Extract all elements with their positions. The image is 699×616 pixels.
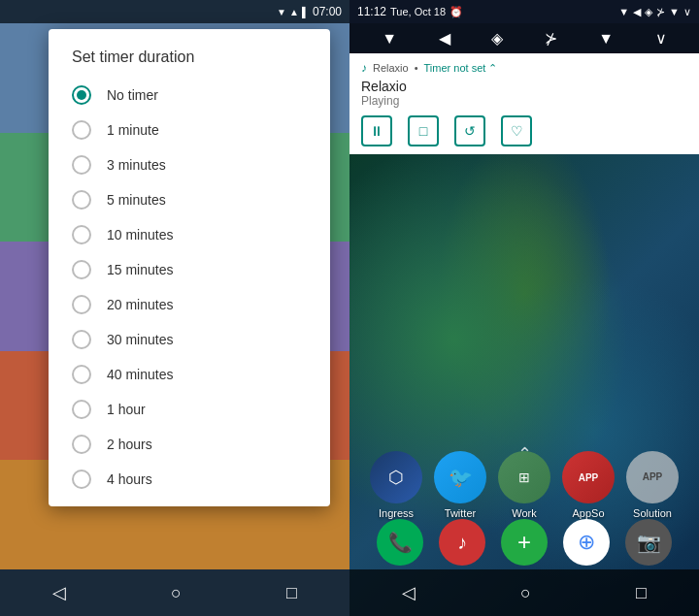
notif-timer-text[interactable]: Timer not set ⌃ bbox=[424, 62, 498, 75]
appso-icon[interactable]: APP bbox=[562, 451, 615, 503]
radio-no-timer[interactable] bbox=[72, 85, 91, 105]
wallpaper: ⌃ ⬡ Ingress 🐦 Twitter ⊞ Work bbox=[350, 154, 699, 616]
radio-10min[interactable] bbox=[72, 225, 91, 244]
signal-icon: ▲ bbox=[289, 7, 299, 17]
right-panel: 11:12 Tue, Oct 18 ⏰ ▼ ◀ ◈ ⊁ ▼ ∨ ▼ ◀ ◈ ⊁ … bbox=[350, 0, 699, 616]
label-2hours: 2 hours bbox=[107, 437, 152, 452]
label-5min: 5 minutes bbox=[107, 192, 166, 208]
option-20min[interactable]: 20 minutes bbox=[49, 287, 330, 322]
heart-icon: ♡ bbox=[511, 123, 523, 139]
alarm-icon: ⏰ bbox=[449, 6, 463, 18]
home-button-left[interactable]: ○ bbox=[171, 583, 182, 603]
solution-icon[interactable]: APP bbox=[626, 451, 679, 503]
history-icon: ↺ bbox=[464, 123, 476, 139]
label-1min: 1 minute bbox=[107, 122, 159, 138]
notif-header: ♪ Relaxio • Timer not set ⌃ bbox=[361, 61, 687, 75]
time-left: 07:00 bbox=[313, 5, 342, 18]
label-3min: 3 minutes bbox=[107, 157, 166, 173]
label-4hours: 4 hours bbox=[107, 471, 152, 487]
nav-bar-left: ◁ ○ □ bbox=[0, 569, 350, 616]
option-30min[interactable]: 30 minutes bbox=[49, 322, 330, 357]
recent-button-right[interactable]: □ bbox=[636, 583, 647, 603]
appso-glyph: APP bbox=[579, 472, 599, 483]
option-1min[interactable]: 1 minute bbox=[49, 113, 330, 147]
radio-2hours[interactable] bbox=[72, 435, 91, 454]
radio-3min[interactable] bbox=[72, 155, 91, 175]
option-1hour[interactable]: 1 hour bbox=[49, 392, 330, 427]
option-5min[interactable]: 5 minutes bbox=[49, 182, 330, 217]
radio-30min[interactable] bbox=[72, 330, 91, 349]
exp-more-icon[interactable]: ∨ bbox=[655, 29, 667, 48]
label-no-timer: No timer bbox=[107, 87, 158, 103]
label-30min: 30 minutes bbox=[107, 332, 173, 347]
wifi-icon: ▼ bbox=[277, 7, 286, 17]
option-no-timer[interactable]: No timer bbox=[49, 78, 330, 113]
camera-icon: 📷 bbox=[637, 531, 661, 554]
radio-1hour[interactable] bbox=[72, 400, 91, 419]
pause-button[interactable]: ⏸ bbox=[361, 115, 392, 146]
twitter-glyph: 🐦 bbox=[449, 466, 473, 489]
bottom-dock: 📞 ♪ + ⊕ 📷 bbox=[350, 519, 699, 566]
app-solution[interactable]: APP Solution bbox=[626, 451, 679, 519]
dialog-title: Set timer duration bbox=[49, 49, 330, 78]
dock-music[interactable]: ♪ bbox=[439, 519, 485, 566]
appso-label: AppSo bbox=[572, 507, 604, 519]
expand-icon[interactable]: ∨ bbox=[683, 6, 691, 18]
recent-button-left[interactable]: □ bbox=[286, 583, 297, 603]
ingress-icon[interactable]: ⬡ bbox=[370, 451, 422, 503]
stop-button[interactable]: □ bbox=[408, 115, 439, 146]
exp-wifi-icon: ▼ bbox=[382, 30, 397, 48]
radio-15min[interactable] bbox=[72, 260, 91, 279]
radio-5min[interactable] bbox=[72, 190, 91, 210]
home-button-right[interactable]: ○ bbox=[520, 583, 531, 603]
back-button-right[interactable]: ◁ bbox=[402, 582, 416, 603]
option-2hours[interactable]: 2 hours bbox=[49, 427, 330, 462]
app-ingress[interactable]: ⬡ Ingress bbox=[370, 451, 422, 519]
notif-title: Relaxio bbox=[361, 79, 687, 94]
option-15min[interactable]: 15 minutes bbox=[49, 252, 330, 287]
radio-1min[interactable] bbox=[72, 120, 91, 140]
date-right: Tue, Oct 18 bbox=[390, 6, 446, 17]
ingress-glyph: ⬡ bbox=[388, 467, 404, 488]
notification-card: ♪ Relaxio • Timer not set ⌃ Relaxio Play… bbox=[350, 53, 699, 154]
wifi-icon-right: ▼ bbox=[618, 6, 629, 17]
status-icons-left: ▼ ▲ ▌ bbox=[277, 7, 309, 17]
label-10min: 10 minutes bbox=[107, 227, 173, 243]
radio-40min[interactable] bbox=[72, 365, 91, 384]
history-button[interactable]: ↺ bbox=[454, 115, 485, 146]
exp-airplane-icon: ⊁ bbox=[545, 29, 557, 48]
back-button-left[interactable]: ◁ bbox=[52, 582, 66, 603]
option-10min[interactable]: 10 minutes bbox=[49, 217, 330, 252]
files-icon: + bbox=[517, 529, 531, 556]
dock-chrome[interactable]: ⊕ bbox=[563, 519, 610, 566]
solution-glyph: APP bbox=[643, 471, 663, 483]
option-40min[interactable]: 40 minutes bbox=[49, 357, 330, 392]
app-appso[interactable]: APP AppSo bbox=[562, 451, 615, 519]
status-right-icons: ▼ ◀ ◈ ⊁ ▼ ∨ bbox=[618, 6, 691, 18]
like-button[interactable]: ♡ bbox=[501, 115, 532, 146]
chrome-icon: ⊕ bbox=[578, 530, 595, 555]
twitter-label: Twitter bbox=[445, 507, 476, 519]
dock-phone[interactable]: 📞 bbox=[377, 519, 423, 566]
phone-icon: 📞 bbox=[388, 531, 413, 554]
dock-camera[interactable]: 📷 bbox=[625, 519, 672, 566]
app-drawer: ⬡ Ingress 🐦 Twitter ⊞ Work APP A bbox=[350, 451, 699, 519]
exp-nfc-icon: ▼ bbox=[598, 30, 614, 48]
nav-bar-right: ◁ ○ □ bbox=[350, 569, 699, 616]
work-icon[interactable]: ⊞ bbox=[498, 451, 550, 503]
fingerprint-icon: ◈ bbox=[645, 6, 652, 18]
app-work[interactable]: ⊞ Work bbox=[498, 451, 550, 519]
airplane-icon: ⊁ bbox=[656, 6, 665, 18]
app-twitter[interactable]: 🐦 Twitter bbox=[434, 451, 486, 519]
label-1hour: 1 hour bbox=[107, 402, 146, 417]
option-3min[interactable]: 3 minutes bbox=[49, 147, 330, 182]
radio-4hours[interactable] bbox=[72, 470, 91, 489]
notif-subtitle: Playing bbox=[361, 94, 687, 108]
radio-20min[interactable] bbox=[72, 295, 91, 314]
notif-controls: ⏸ □ ↺ ♡ bbox=[361, 115, 687, 146]
twitter-icon[interactable]: 🐦 bbox=[434, 451, 486, 503]
option-4hours[interactable]: 4 hours bbox=[49, 462, 330, 497]
label-40min: 40 minutes bbox=[107, 367, 173, 382]
dock-files[interactable]: + bbox=[501, 519, 548, 566]
music-icon: ♪ bbox=[457, 532, 467, 554]
